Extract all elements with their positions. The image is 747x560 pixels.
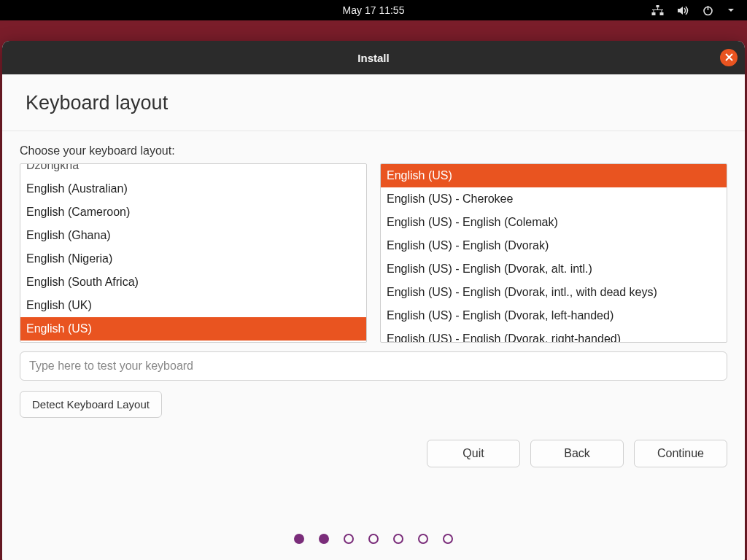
network-icon[interactable] [651, 5, 664, 16]
layout-item[interactable]: English (UK) [20, 294, 366, 317]
layout-item[interactable]: English (Australian) [20, 177, 366, 201]
close-icon [725, 52, 733, 63]
layout-item[interactable]: English (Nigeria) [20, 247, 366, 271]
progress-dots [2, 534, 745, 544]
svg-rect-5 [652, 12, 656, 15]
variant-item[interactable]: English (US) - English (Dvorak, intl., w… [381, 281, 727, 304]
layout-item[interactable]: English (US) [20, 317, 366, 341]
progress-dot [319, 534, 329, 544]
variant-item[interactable]: English (US) - Cherokee [381, 187, 727, 211]
detect-keyboard-layout-button[interactable]: Detect Keyboard Layout [20, 391, 162, 418]
progress-dot [368, 534, 379, 544]
variant-item[interactable]: English (US) - English (Dvorak, alt. int… [381, 257, 727, 281]
page-title: Keyboard layout [2, 74, 745, 131]
system-tray[interactable] [651, 5, 747, 16]
variant-listbox[interactable]: English (US)English (US) - CherokeeEngli… [380, 163, 727, 343]
svg-rect-4 [662, 9, 662, 12]
variant-item[interactable]: English (US) [381, 164, 727, 187]
layout-item[interactable]: Dzongkha [20, 163, 366, 177]
progress-dot [294, 534, 304, 544]
window-titlebar: Install [2, 41, 745, 74]
installer-window: Install Keyboard layout Choose your keyb… [2, 41, 745, 560]
svg-rect-6 [660, 12, 664, 15]
volume-icon[interactable] [677, 5, 689, 16]
svg-rect-1 [657, 7, 658, 9]
navigation-buttons: Quit Back Continue [20, 440, 727, 467]
layout-item[interactable]: Esperanto [20, 341, 366, 343]
gnome-top-panel: May 17 11:55 [0, 0, 747, 20]
svg-rect-3 [654, 9, 654, 12]
continue-button[interactable]: Continue [634, 440, 727, 467]
svg-rect-0 [657, 5, 659, 7]
keyboard-test-input[interactable] [20, 351, 727, 381]
window-title: Install [357, 52, 389, 64]
layout-item[interactable]: English (Ghana) [20, 224, 366, 247]
power-icon[interactable] [703, 5, 713, 16]
progress-dot [443, 534, 453, 544]
variant-item[interactable]: English (US) - English (Dvorak, right-ha… [381, 327, 727, 343]
back-button[interactable]: Back [530, 440, 624, 467]
progress-dot [393, 534, 403, 544]
close-button[interactable] [720, 49, 738, 66]
layout-listbox[interactable]: DzongkhaEnglish (Australian)English (Cam… [20, 163, 367, 343]
progress-dot [344, 534, 354, 544]
desktop-backdrop: Install Keyboard layout Choose your keyb… [0, 20, 747, 560]
variant-item[interactable]: English (US) - English (Dvorak) [381, 234, 727, 257]
layout-item[interactable]: English (South Africa) [20, 271, 366, 294]
variant-item[interactable]: English (US) - English (Dvorak, left-han… [381, 304, 727, 327]
variant-item[interactable]: English (US) - English (Colemak) [381, 211, 727, 234]
quit-button[interactable]: Quit [427, 440, 520, 467]
progress-dot [418, 534, 428, 544]
layout-item[interactable]: English (Cameroon) [20, 201, 366, 224]
chevron-down-icon[interactable] [727, 6, 735, 15]
clock[interactable]: May 17 11:55 [343, 4, 405, 16]
layout-prompt: Choose your keyboard layout: [20, 144, 727, 158]
